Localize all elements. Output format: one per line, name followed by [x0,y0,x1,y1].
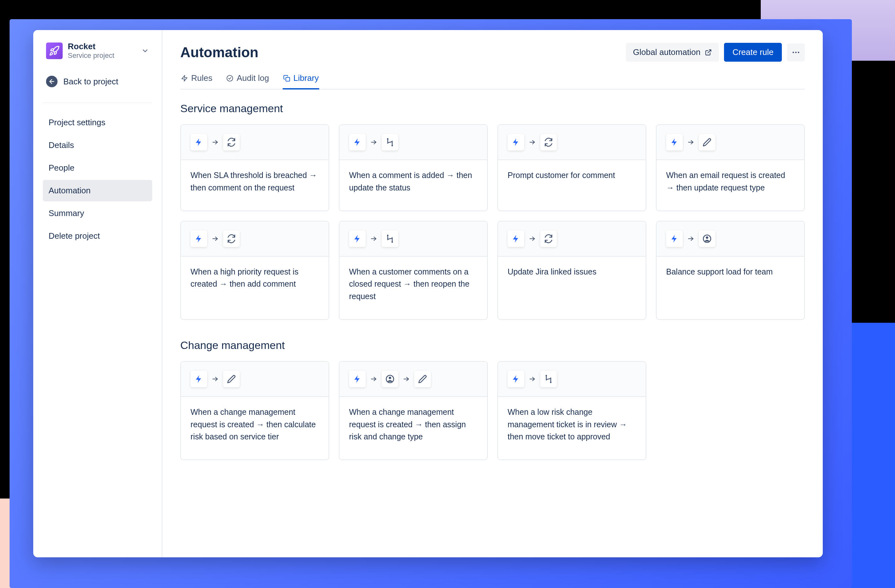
card-body: When a change management request is crea… [181,397,329,459]
tab-rules[interactable]: Rules [180,73,213,89]
bolt-icon [508,230,524,247]
sidebar: Rocket Service project Back to project P… [33,30,162,557]
automation-template-card[interactable]: When a high priority request is created … [180,221,329,320]
tab-label: Rules [191,73,212,83]
section: Service managementWhen SLA threshold is … [180,102,805,320]
refresh-icon [540,230,557,247]
tab-library[interactable]: Library [282,73,319,89]
card-description: When an email request is created → then … [666,169,795,194]
card-icon-row [498,362,646,397]
card-description: When a comment is added → then update th… [349,169,478,194]
automation-template-card[interactable]: When a low risk change management ticket… [498,361,646,460]
bolt-icon [666,134,683,150]
back-arrow-icon [46,76,58,87]
sidebar-item-project-settings[interactable]: Project settings [43,112,152,133]
check-circle-icon [226,75,233,82]
rocket-icon [49,45,60,56]
card-grid: When SLA threshold is breached → then co… [180,124,805,320]
copy-icon [283,75,290,82]
tab-label: Library [293,73,319,83]
arrow-right-icon [212,235,218,242]
card-icon-row [181,125,329,160]
automation-template-card[interactable]: Prompt customer for comment [498,124,646,211]
bolt-icon [666,230,683,247]
card-description: Update Jira linked issues [508,265,636,278]
automation-template-card[interactable]: When a change management request is crea… [339,361,488,460]
card-body: When a comment is added → then update th… [340,160,487,211]
automation-template-card[interactable]: When SLA threshold is breached → then co… [180,124,329,211]
card-description: When a change management request is crea… [191,406,319,443]
card-icon-row [340,221,487,257]
main-content: Automation Global automation Create rule [162,30,823,557]
card-icon-row [657,221,804,257]
bolt-icon [191,230,207,247]
external-link-icon [705,49,712,56]
back-label: Back to project [63,77,118,86]
pencil-icon [699,134,715,150]
card-description: When SLA threshold is breached → then co… [191,169,319,194]
person-icon [382,371,398,387]
card-description: When a low risk change management ticket… [508,406,636,443]
sidebar-item-label: Details [49,140,74,150]
create-rule-button[interactable]: Create rule [724,43,782,62]
automation-template-card[interactable]: When a customer comments on a closed req… [339,221,488,320]
card-description: When a change management request is crea… [349,406,478,443]
card-body: When a change management request is crea… [340,397,487,459]
card-body: Prompt customer for comment [498,160,646,198]
arrow-right-icon [212,139,218,146]
sidebar-item-automation[interactable]: Automation [43,180,152,202]
global-automation-button[interactable]: Global automation [626,43,719,62]
card-body: When a customer comments on a closed req… [340,257,487,319]
create-rule-label: Create rule [732,47,774,57]
sidebar-nav: Project settings Details People Automati… [43,112,152,247]
sidebar-item-summary[interactable]: Summary [43,203,152,224]
person-icon [699,230,715,247]
sidebar-item-people[interactable]: People [43,157,152,179]
svg-line-1 [708,50,711,53]
automation-template-card[interactable]: When an email request is created → then … [656,124,805,211]
automation-template-card[interactable]: Update Jira linked issues [498,221,646,320]
sidebar-item-label: Delete project [49,231,100,241]
refresh-icon [223,134,240,150]
sidebar-item-label: Summary [49,208,84,218]
pencil-icon [223,371,240,387]
automation-template-card[interactable]: When a change management request is crea… [180,361,329,460]
automation-template-card[interactable]: When a comment is added → then update th… [339,124,488,211]
sidebar-item-delete-project[interactable]: Delete project [43,225,152,247]
bolt-icon [349,371,366,387]
sidebar-item-details[interactable]: Details [43,135,152,156]
svg-point-2 [793,52,794,53]
header-actions: Global automation Create rule [626,43,805,62]
tab-audit-log[interactable]: Audit log [226,73,270,89]
back-to-project[interactable]: Back to project [43,73,152,90]
branch-icon [382,230,398,247]
more-horizontal-icon [792,48,800,57]
refresh-icon [540,134,557,150]
svg-point-5 [227,75,233,81]
sidebar-item-label: People [49,163,74,173]
svg-rect-6 [286,77,290,81]
card-body: When an email request is created → then … [657,160,804,211]
sidebar-item-label: Project settings [49,118,105,127]
card-icon-row [498,221,646,257]
global-automation-label: Global automation [633,47,700,57]
more-actions-button[interactable] [787,44,805,61]
arrow-right-icon [403,376,410,382]
automation-template-card[interactable]: Balance support load for team [656,221,805,320]
project-meta: Rocket Service project [68,41,136,60]
section-title: Change management [180,339,805,352]
divider [43,103,152,103]
app-window: Rocket Service project Back to project P… [33,30,823,557]
arrow-right-icon [529,376,536,382]
card-icon-row [657,125,804,160]
arrow-right-icon [687,139,694,146]
project-selector[interactable]: Rocket Service project [43,39,152,62]
card-description: When a customer comments on a closed req… [349,265,478,303]
rules-icon [181,75,188,82]
page-title: Automation [180,44,258,61]
arrow-right-icon [212,376,218,382]
pencil-icon [414,371,431,387]
tab-label: Audit log [237,73,269,83]
arrow-right-icon [370,139,377,146]
main-header: Automation Global automation Create rule [180,43,805,62]
